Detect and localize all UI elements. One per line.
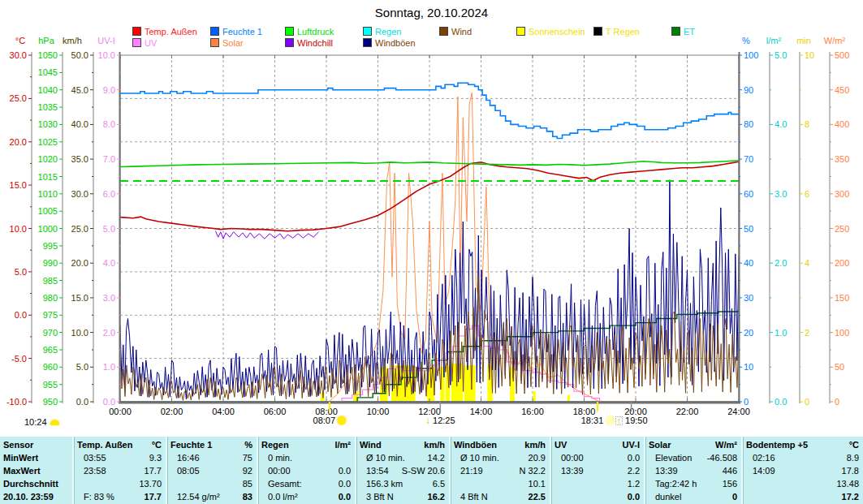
svg-text:W/m²: W/m² [824, 36, 846, 45]
svg-text:40: 40 [744, 258, 753, 268]
svg-text:1025: 1025 [38, 137, 58, 147]
cell-label: 156.3 km [360, 477, 403, 490]
svg-text:15.0: 15.0 [71, 293, 88, 303]
svg-text:6: 6 [805, 189, 809, 199]
cell-label: Elevation [649, 451, 692, 464]
cell-value: 17.8 [842, 464, 859, 477]
svg-text:50.0: 50.0 [71, 50, 88, 60]
svg-text:5.0: 5.0 [15, 267, 27, 277]
moonrise-annotation: ↑19:50 [615, 416, 648, 425]
x-tick-label: 00:00 [109, 407, 132, 416]
x-tick-label: 14:00 [470, 407, 493, 416]
moonset-time: 10:24 [24, 417, 47, 427]
table-column-bodentemp-5: Bodentemp +5°C02:168.914:0917.813.4817.2 [741, 437, 863, 504]
svg-text:1045: 1045 [38, 67, 58, 77]
svg-text:km/h: km/h [63, 36, 82, 45]
sunset-time: 18:31 [581, 416, 604, 425]
table-column-sensor: SensorMinWertMaxWertDurchschnitt20.10. 2… [0, 437, 72, 504]
svg-text:1040: 1040 [38, 85, 58, 95]
svg-text:°C: °C [15, 36, 25, 45]
column-name: Windböen [454, 438, 497, 451]
cell-value: 8.9 [847, 451, 859, 464]
svg-text:1015: 1015 [38, 172, 58, 182]
table-header-sensor: Sensor [3, 438, 33, 451]
table-column-uv: UVUV-I00:000.013:392.21.20.0 [550, 437, 644, 504]
cell-value: 85 [243, 477, 252, 490]
cell-label: 4 Bft N [454, 490, 488, 503]
cell-label: 12.54 g/m² [170, 490, 220, 503]
svg-text:50: 50 [744, 224, 753, 234]
column-name: Regen [261, 438, 289, 451]
column-unit: km/h [424, 438, 445, 451]
column-unit: °C [849, 438, 859, 451]
column-name: Wind [360, 438, 382, 451]
cell-label: 00:00 [554, 451, 584, 464]
x-tick-label: 22:00 [676, 407, 699, 416]
row-label: MinWert [3, 451, 38, 464]
cell-value: 2.2 [628, 464, 640, 477]
x-tick-label: 16:00 [521, 407, 544, 416]
arrow-up-icon: ↑ [615, 416, 624, 425]
svg-text:1005: 1005 [38, 206, 58, 216]
svg-text:hPa: hPa [38, 36, 54, 45]
svg-text:10: 10 [744, 362, 753, 372]
cell-label: dunkel [649, 490, 681, 503]
column-name: Solar [649, 438, 671, 451]
svg-text:%: % [742, 36, 750, 45]
cell-label: F: 83 % [77, 490, 114, 503]
svg-text:3.0: 3.0 [103, 293, 115, 303]
svg-text:1035: 1035 [38, 102, 58, 112]
axis-hpa: hPa9509559609659709759809859909951000100… [38, 36, 63, 407]
cell-value: 0.0 [339, 490, 351, 503]
cell-label: 03:55 [77, 451, 106, 464]
table-column-regen: Regenl/m²0 min.00:000.0Gesamt:0.00.0 l/m… [257, 437, 355, 504]
cell-label: Ø 10 min. [454, 451, 499, 464]
cell-value: 20.9 [529, 451, 546, 464]
axis-temp: °C-10.0-5.00.05.010.015.020.025.030.0 [6, 36, 32, 407]
cell-label: 13:54 [360, 464, 389, 477]
cell-value: 0 [732, 490, 737, 503]
svg-text:20.0: 20.0 [10, 137, 27, 147]
row-label: 20.10. 23:59 [3, 490, 54, 503]
cell-label: 0.0 l/m² [261, 490, 298, 503]
svg-text:0.0: 0.0 [15, 310, 27, 320]
x-tick-label: 10:00 [367, 407, 390, 416]
table-column-solar: SolarW/m²Elevation-46.50813:39446Tag:2:4… [644, 437, 741, 504]
cell-label: 02:16 [746, 451, 775, 464]
svg-text:100: 100 [835, 328, 849, 338]
svg-text:0: 0 [805, 397, 809, 407]
cell-label: 00:00 [261, 464, 291, 477]
column-name: Temp. Außen [77, 438, 132, 451]
svg-text:2.0: 2.0 [775, 258, 787, 268]
svg-text:6.0: 6.0 [103, 189, 115, 199]
column-unit: °C [152, 438, 162, 451]
cell-value: 17.7 [145, 490, 162, 503]
table-column-wind: Windkm/hØ 10 min.14.213:54S-SW 20.6156.3… [355, 437, 449, 504]
cell-value: 446 [723, 464, 737, 477]
cell-value: 13.48 [836, 477, 859, 490]
svg-text:1020: 1020 [38, 154, 58, 164]
cell-label: 13:39 [649, 464, 678, 477]
svg-text:200: 200 [835, 258, 849, 268]
svg-text:70: 70 [744, 154, 753, 164]
axis-min: min0246810 [796, 36, 814, 407]
svg-text:-5.0: -5.0 [11, 354, 27, 364]
cell-value: 17.2 [842, 490, 859, 503]
cell-value: 14.2 [428, 451, 445, 464]
svg-text:10.0: 10.0 [98, 50, 115, 60]
svg-text:25.0: 25.0 [10, 93, 27, 103]
cell-value: N 32.2 [520, 464, 546, 477]
column-unit: km/h [524, 438, 546, 451]
table-column-temp-au-en: Temp. Außen°C03:559.323:5817.713.70F: 83… [72, 437, 166, 504]
axis-uvi: UV-I0.01.02.03.04.05.06.07.08.09.010.0 [97, 36, 120, 407]
svg-text:5.0: 5.0 [76, 362, 88, 372]
moonset-annotation: 10:24 [24, 417, 59, 427]
svg-text:955: 955 [43, 380, 58, 390]
svg-text:0.0: 0.0 [76, 397, 88, 407]
svg-text:150: 150 [835, 293, 849, 303]
moonrise-time: 19:50 [625, 416, 648, 425]
noon-time: 12:25 [433, 416, 455, 425]
svg-text:300: 300 [835, 189, 849, 199]
x-tick-label: 02:00 [161, 407, 183, 416]
svg-text:5.0: 5.0 [103, 224, 115, 234]
